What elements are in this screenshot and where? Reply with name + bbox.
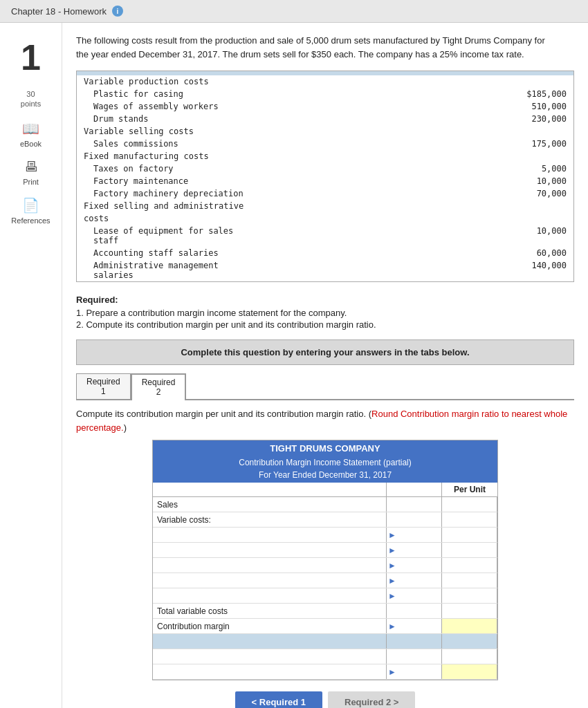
- vc-item-row-5: ►: [153, 588, 497, 604]
- next-button[interactable]: Required 2 >: [328, 691, 415, 708]
- extra-row-1-amount[interactable]: [387, 649, 442, 664]
- arrow-icon-2: ►: [388, 546, 396, 555]
- vc-item-5-perunit-input[interactable]: [445, 591, 494, 601]
- required-item-2: 2. Compute its contribution margin per u…: [76, 319, 574, 330]
- arrow-icon-er2: ►: [388, 667, 396, 677]
- ebook-label: eBook: [20, 140, 42, 148]
- sales-amount-cell[interactable]: [387, 497, 442, 512]
- extra-row-1-perunit-input[interactable]: [445, 652, 494, 662]
- sales-amount-input[interactable]: [390, 500, 439, 510]
- question-number: 1: [21, 37, 41, 78]
- vc-item-4-amount[interactable]: ►: [387, 573, 442, 588]
- company-name: TIGHT DRUMS COMPANY: [153, 440, 497, 456]
- extra-row-2-perunit-input[interactable]: [445, 667, 494, 677]
- sales-perunit-input[interactable]: [445, 500, 494, 510]
- vc-item-3-amount[interactable]: ►: [387, 558, 442, 572]
- arrow-icon-4: ►: [388, 576, 396, 586]
- extra-row-2-perunit[interactable]: [442, 664, 497, 679]
- total-vc-amount-input[interactable]: [390, 606, 439, 616]
- vc-item-2-amount[interactable]: ►: [387, 543, 442, 557]
- page-container: Chapter 18 - Homework i 1 30 points 📖 eB…: [0, 0, 588, 708]
- extra-row-1-perunit[interactable]: [442, 649, 497, 664]
- extra-row-2: ►: [153, 664, 497, 680]
- cm-amount-input[interactable]: [390, 622, 439, 631]
- vc-item-4-label: [153, 573, 387, 588]
- vc-item-5-amount[interactable]: ►: [387, 588, 442, 603]
- sidebar: 1 30 points 📖 eBook 🖶 Print 📄 References: [0, 23, 62, 708]
- arrow-icon-3: ►: [388, 561, 396, 570]
- sales-perunit-cell[interactable]: [442, 497, 497, 512]
- vc-item-5-label: [153, 588, 387, 603]
- info-icon[interactable]: i: [112, 6, 123, 17]
- references-button[interactable]: 📄 References: [11, 197, 50, 225]
- required-section: Required: 1. Prepare a contribution marg…: [76, 295, 574, 330]
- vc-item-5-perunit[interactable]: [442, 588, 497, 603]
- vc-item-1-amount-input[interactable]: [390, 530, 439, 540]
- vc-item-3-label: [153, 558, 387, 572]
- vc-item-3-perunit[interactable]: [442, 558, 497, 572]
- vc-item-4-perunit[interactable]: [442, 573, 497, 588]
- vc-item-4-amount-input[interactable]: [390, 576, 439, 586]
- cm-perunit[interactable]: [442, 619, 497, 633]
- statement-period: For Year Ended December 31, 2017: [153, 469, 497, 483]
- nav-buttons: < Required 1 Required 2 >: [76, 691, 574, 708]
- col-perunit-header: Per Unit: [442, 483, 497, 496]
- cm-perunit-input[interactable]: [445, 622, 494, 631]
- arrow-icon-cm: ►: [388, 622, 396, 631]
- vc-item-2-label: [153, 543, 387, 557]
- vc-item-row-1: ►: [153, 528, 497, 543]
- vc-item-4-perunit-input[interactable]: [445, 576, 494, 586]
- total-vc-perunit[interactable]: [442, 604, 497, 618]
- total-vc-amount[interactable]: [387, 604, 442, 618]
- vc-perunit-cell[interactable]: [442, 512, 497, 527]
- vc-item-2-perunit-input[interactable]: [445, 546, 494, 555]
- content: The following costs result from the prod…: [62, 23, 588, 708]
- print-icon: 🖶: [24, 159, 38, 175]
- tab-required-2[interactable]: Required 2: [131, 373, 187, 400]
- vc-item-2-amount-input[interactable]: [390, 546, 439, 555]
- statement-title: Contribution Margin Income Statement (pa…: [153, 456, 497, 469]
- prev-button[interactable]: < Required 1: [235, 691, 322, 708]
- blue-row-label: [153, 634, 387, 649]
- arrow-icon-1: ►: [388, 530, 396, 540]
- tabs-row: Required 1 Required 2: [76, 373, 574, 400]
- total-vc-perunit-input[interactable]: [445, 606, 494, 616]
- references-icon: 📄: [22, 197, 39, 214]
- vc-amount-cell[interactable]: [387, 512, 442, 527]
- contribution-margin-label: Contribution margin: [153, 619, 387, 633]
- instruction-text: Compute its contribution margin per unit…: [76, 407, 574, 434]
- col-desc-header: [153, 483, 387, 496]
- cm-amount[interactable]: ►: [387, 619, 442, 633]
- vc-item-1-perunit[interactable]: [442, 528, 497, 542]
- variable-costs-label: Variable costs:: [153, 512, 387, 527]
- header-title: Chapter 18 - Homework: [11, 6, 107, 17]
- vc-item-row-2: ►: [153, 543, 497, 558]
- contribution-margin-row: Contribution margin ►: [153, 619, 497, 634]
- blue-row-amount: [387, 634, 442, 649]
- vc-item-1-perunit-input[interactable]: [445, 530, 494, 540]
- print-button[interactable]: 🖶 Print: [23, 159, 39, 186]
- vc-item-2-perunit[interactable]: [442, 543, 497, 557]
- main-layout: 1 30 points 📖 eBook 🖶 Print 📄 References: [0, 23, 588, 708]
- extra-row-1-amount-input[interactable]: [390, 652, 439, 662]
- tab-required-1[interactable]: Required 1: [76, 373, 131, 399]
- print-label: Print: [23, 178, 39, 186]
- total-vc-row: Total variable costs: [153, 604, 497, 619]
- ebook-button[interactable]: 📖 eBook: [20, 120, 42, 148]
- references-label: References: [11, 216, 50, 225]
- vc-item-3-amount-input[interactable]: [390, 561, 439, 570]
- extra-row-1-label: [153, 649, 387, 664]
- variable-costs-row: Variable costs:: [153, 512, 497, 528]
- header: Chapter 18 - Homework i: [0, 0, 588, 23]
- vc-item-3-perunit-input[interactable]: [445, 561, 494, 570]
- blue-separator-row: [153, 634, 497, 649]
- vc-item-1-label: [153, 528, 387, 542]
- extra-row-2-amount-input[interactable]: [390, 667, 439, 677]
- required-label: Required:: [76, 295, 574, 305]
- extra-row-1: [153, 649, 497, 664]
- vc-item-1-amount[interactable]: ►: [387, 528, 442, 542]
- required-item-1: 1. Prepare a contribution margin income …: [76, 308, 574, 318]
- extra-row-2-amount[interactable]: ►: [387, 664, 442, 679]
- highlight-text: Round Contribution margin ratio to neare…: [76, 409, 567, 433]
- vc-item-5-amount-input[interactable]: [390, 591, 439, 601]
